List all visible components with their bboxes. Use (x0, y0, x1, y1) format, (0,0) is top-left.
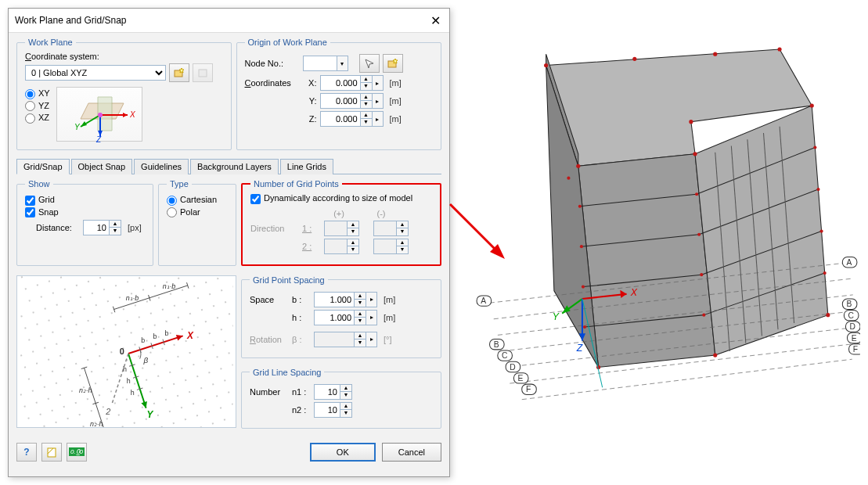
n1-label: n1 : (292, 387, 311, 397)
tab-linegrids[interactable]: Line Grids (280, 159, 333, 174)
notes-button[interactable] (41, 443, 62, 462)
b-extra-button[interactable]: ▸ (366, 292, 377, 307)
svg-text:Y: Y (553, 311, 560, 322)
y-extra-button[interactable]: ▸ (373, 93, 384, 109)
units-button[interactable]: 0.0̲0 (67, 443, 87, 462)
svg-point-78 (713, 52, 717, 56)
svg-point-83 (576, 164, 580, 168)
new-coord-system-button[interactable] (169, 63, 189, 82)
node-no-input[interactable] (303, 56, 337, 71)
picker-icon (364, 58, 375, 69)
svg-point-79 (778, 47, 782, 51)
b-input[interactable] (314, 292, 355, 307)
svg-line-106 (522, 359, 852, 399)
plane-preview: X Y Z (56, 87, 142, 142)
node-no-label: Node No.: (245, 59, 300, 68)
svg-text:Y: Y (146, 408, 153, 419)
h-extra-button[interactable]: ▸ (366, 310, 377, 325)
svg-point-93 (583, 325, 586, 329)
decimal-icon: 0.0̲0 (69, 447, 85, 456)
plane-xz-radio[interactable]: XZ (25, 113, 50, 124)
z-input[interactable] (320, 111, 361, 127)
tab-gridsnap[interactable]: Grid/Snap (16, 159, 70, 174)
z-spinner[interactable]: ▲▼ (361, 111, 373, 127)
z-extra-button[interactable]: ▸ (373, 111, 384, 127)
h-spinner[interactable]: ▲▼ (355, 310, 366, 325)
ok-button[interactable]: OK (310, 443, 376, 462)
cancel-button[interactable]: Cancel (382, 443, 441, 462)
svg-text:D: D (850, 322, 855, 331)
dir1-minus-input (373, 221, 397, 236)
line-spacing-group: Grid Line Spacing Number n1 : ▲▼ n2 : ▲▼ (241, 368, 441, 429)
coord-system-select[interactable]: 0 | Global XYZ (25, 65, 166, 81)
x-extra-button[interactable]: ▸ (373, 75, 384, 91)
svg-point-94 (702, 314, 705, 317)
svg-text:h: h (123, 365, 127, 373)
svg-rect-2 (199, 70, 207, 77)
grid-points-legend: Number of Grid Points (250, 179, 342, 189)
y-input[interactable] (320, 93, 361, 109)
n2-input[interactable] (314, 402, 340, 418)
svg-text:Y: Y (74, 123, 81, 131)
svg-point-80 (810, 103, 814, 107)
z-label: Z: (303, 114, 317, 124)
snap-checkbox[interactable]: Snap (25, 207, 145, 218)
svg-point-88 (697, 233, 701, 236)
dynamic-checkbox[interactable]: Dynamically according to size of model (250, 193, 412, 204)
distance-input[interactable] (83, 220, 110, 235)
svg-point-14 (98, 113, 103, 117)
svg-text:A: A (847, 258, 852, 267)
svg-text:n₁·b: n₁·b (126, 294, 139, 302)
svg-marker-6 (123, 113, 128, 117)
distance-spinner[interactable]: ▲▼ (110, 220, 121, 235)
cartesian-radio[interactable]: Cartesian (167, 195, 228, 206)
new-node-button[interactable] (383, 54, 403, 73)
h-unit: [m] (384, 313, 395, 322)
n1-spinner[interactable]: ▲▼ (340, 384, 352, 400)
svg-text:A: A (481, 296, 486, 305)
folder-star-icon (387, 58, 398, 69)
beta-label: β : (292, 335, 311, 344)
svg-text:h: h (127, 377, 131, 385)
polar-radio[interactable]: Polar (167, 207, 228, 218)
titlebar[interactable]: Work Plane and Grid/Snap ✕ (9, 9, 449, 33)
b-spinner[interactable]: ▲▼ (355, 292, 366, 307)
svg-point-86 (813, 146, 816, 149)
origin-legend: Origin of Work Plane (245, 38, 330, 47)
tab-guidelines[interactable]: Guidelines (134, 159, 189, 174)
svg-point-89 (816, 188, 819, 191)
svg-point-99 (567, 177, 570, 180)
type-group: Type Cartesian Polar (158, 179, 236, 266)
svg-text:Z: Z (95, 135, 102, 142)
n2-spinner[interactable]: ▲▼ (340, 402, 352, 418)
dialog-footer: ? 0.0̲0 OK Cancel (9, 438, 449, 469)
coords-label: Coordinates (245, 78, 300, 88)
svg-point-81 (689, 120, 693, 124)
x-label: X: (303, 78, 317, 88)
plane-yz-radio[interactable]: YZ (25, 101, 50, 112)
dir1-plus-spinner: ▲▼ (348, 221, 359, 236)
work-plane-group: Work Plane Coordinate system: 0 | Global… (16, 38, 232, 150)
node-dropdown-button[interactable]: ▾ (337, 56, 348, 71)
x-input[interactable] (320, 75, 361, 91)
z-unit: [m] (390, 114, 402, 124)
x-spinner[interactable]: ▲▼ (361, 75, 373, 91)
tab-objectsnap[interactable]: Object Snap (71, 159, 133, 174)
y-spinner[interactable]: ▲▼ (361, 93, 373, 109)
pick-node-button[interactable] (359, 54, 380, 73)
dir2-plus-spinner: ▲▼ (348, 239, 359, 254)
dir1-minus-spinner: ▲▼ (397, 221, 409, 236)
h-input[interactable] (314, 310, 355, 325)
n1-input[interactable] (314, 384, 340, 400)
svg-point-92 (820, 230, 823, 233)
grid-checkbox[interactable]: Grid (25, 195, 145, 206)
spacing-legend: Grid Point Spacing (250, 275, 328, 285)
model-viewport[interactable]: X Y Z A A B C D E F B C D E F (474, 8, 860, 477)
close-button[interactable]: ✕ (427, 13, 443, 28)
tab-bglayers[interactable]: Background Layers (190, 159, 279, 174)
plane-xy-radio[interactable]: XY (25, 88, 50, 99)
svg-text:F: F (526, 385, 531, 393)
minus-label: (-) (360, 209, 402, 218)
help-button[interactable]: ? (16, 443, 37, 462)
spacing-group: Grid Point Spacing Space b : ▲▼▸ [m] h :… (241, 275, 441, 358)
